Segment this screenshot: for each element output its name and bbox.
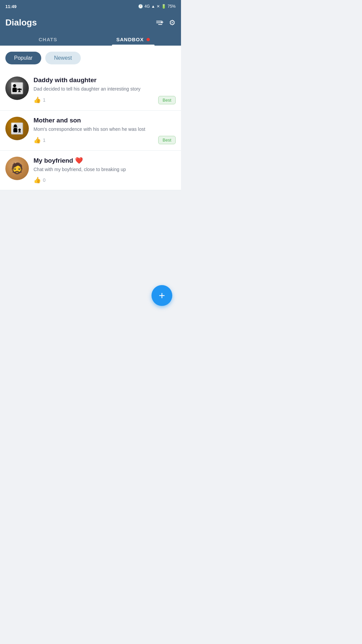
chat-content: Mother and son Mom's correspondence with… (34, 117, 176, 145)
page-title: Dialogs (5, 17, 37, 28)
tab-chats[interactable]: CHATS (5, 33, 90, 46)
chat-description: Chat with my boyfriend, close to breakin… (34, 166, 176, 173)
filter-popular-button[interactable]: Popular (5, 52, 41, 64)
likes-section: 👍 1 (34, 137, 46, 144)
chat-description: Mom's correspondence with his son when h… (34, 126, 176, 133)
status-icons: 🕐 4G ▲ ✕ 🔋 75% (138, 4, 176, 9)
tab-sandbox-label: SANDBOX (116, 37, 144, 42)
filter-section: Popular Newest (0, 46, 181, 70)
plus-overlay-icon: + (161, 19, 164, 25)
chat-footer: 👍 0 (34, 176, 176, 184)
signal-x-icon: ✕ (157, 4, 160, 9)
avatar (5, 117, 29, 140)
add-list-button[interactable]: + (156, 21, 162, 25)
tabs-container: CHATS SANDBOX (5, 33, 176, 46)
thumbs-up-icon: 👍 (34, 176, 41, 184)
likes-section: 👍 1 (34, 96, 46, 104)
sandbox-notification-dot (146, 38, 150, 41)
likes-count: 1 (43, 138, 46, 143)
chat-content: My boyfriend ❤️ Chat with my boyfriend, … (34, 157, 176, 184)
battery-icon: 🔋 (161, 4, 166, 9)
chat-description: Dad decided to tell his daughter an inte… (34, 86, 176, 93)
thumbs-up-icon: 👍 (34, 137, 41, 144)
tab-sandbox-inner: SANDBOX (90, 37, 176, 42)
list-item[interactable]: My boyfriend ❤️ Chat with my boyfriend, … (0, 151, 181, 190)
add-chat-icon: + (159, 289, 165, 302)
clock-icon: 🕐 (138, 4, 143, 9)
add-chat-button[interactable]: + (152, 285, 172, 306)
tab-sandbox[interactable]: SANDBOX (90, 33, 176, 46)
chat-list: Daddy with daughter Dad decided to tell … (0, 70, 181, 190)
chat-title: My boyfriend ❤️ (34, 157, 176, 164)
tab-chats-label: CHATS (39, 37, 57, 42)
chat-title: Daddy with daughter (34, 76, 176, 84)
status-time: 11:49 (5, 4, 16, 9)
list-item[interactable]: Mother and son Mom's correspondence with… (0, 111, 181, 151)
chat-footer: 👍 1 Best (34, 96, 176, 104)
battery-label: 75% (168, 4, 176, 9)
likes-count: 0 (43, 177, 46, 183)
filter-newest-button[interactable]: Newest (45, 52, 80, 64)
network-label: 4G (144, 4, 150, 9)
signal-icon: ▲ (151, 4, 155, 9)
list-item[interactable]: Daddy with daughter Dad decided to tell … (0, 70, 181, 111)
likes-section: 👍 0 (34, 176, 46, 184)
thumbs-up-icon: 👍 (34, 96, 41, 104)
settings-button[interactable]: ⚙ (169, 18, 176, 27)
chat-content: Daddy with daughter Dad decided to tell … (34, 76, 176, 104)
avatar (5, 76, 29, 100)
chat-footer: 👍 1 Best (34, 136, 176, 144)
best-badge: Best (158, 96, 176, 104)
header: Dialogs + ⚙ CHATS SANDBOX (0, 13, 181, 46)
likes-count: 1 (43, 97, 46, 103)
header-top: Dialogs + ⚙ (5, 17, 176, 28)
status-bar: 11:49 🕐 4G ▲ ✕ 🔋 75% (0, 0, 181, 13)
best-badge: Best (158, 136, 176, 144)
chat-title: Mother and son (34, 117, 176, 124)
header-icons: + ⚙ (156, 18, 176, 27)
avatar (5, 157, 29, 180)
